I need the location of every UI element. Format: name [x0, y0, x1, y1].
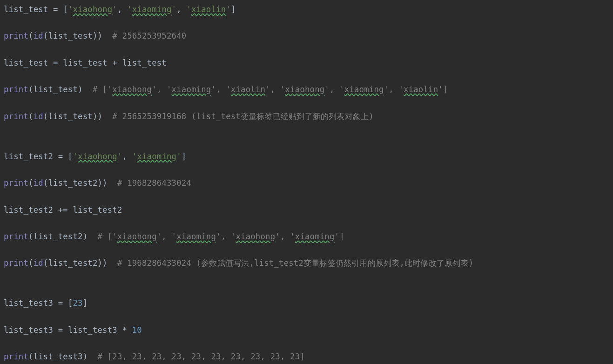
code-token: (list_test2)	[28, 232, 97, 241]
code-token: 23	[73, 298, 82, 308]
code-token: '	[112, 5, 117, 14]
code-line[interactable]: list_test = list_test + list_test	[4, 56, 609, 70]
code-token: list_test3 *	[68, 325, 132, 335]
code-token: = [	[58, 152, 73, 161]
code-token: '	[117, 152, 122, 161]
code-token: print	[4, 352, 28, 361]
code-token: list_test	[4, 5, 53, 14]
code-token: list_test + list_test	[63, 58, 167, 67]
code-token: ,	[117, 5, 127, 14]
code-token: ', '	[152, 85, 171, 94]
code-token: xiaoming	[132, 5, 172, 14]
code-token: = [	[58, 298, 73, 308]
code-token: print	[4, 31, 28, 40]
code-token: (list_test))	[43, 31, 112, 40]
code-token: ]	[231, 5, 236, 14]
code-token: id	[34, 112, 43, 121]
code-token: xiaoming	[172, 85, 211, 94]
code-token: print	[4, 178, 28, 188]
code-token: # ['	[98, 232, 117, 241]
code-token: ,	[176, 5, 186, 14]
code-line[interactable]: print(id(list_test)) # 2565253952640	[4, 29, 609, 43]
code-token: (list_test3)	[28, 352, 97, 361]
code-token: 10	[132, 325, 142, 335]
code-line[interactable]: print(list_test2) # ['xiaohong', 'xiaomi…	[4, 230, 609, 243]
code-token: # 1968286433024 (参数赋值写法,list_test2变量标签仍然…	[117, 258, 473, 268]
code-token: xiaolin	[404, 85, 438, 94]
code-token: xiaoming	[295, 232, 335, 241]
code-token: xiaoming	[344, 85, 384, 94]
code-line[interactable]: print(list_test) # ['xiaohong', 'xiaomin…	[4, 83, 609, 96]
code-token: = [	[53, 5, 68, 14]
code-token: # ['	[93, 85, 112, 94]
code-token: (list_test2))	[43, 178, 117, 188]
code-token: ', '	[216, 232, 236, 241]
code-token: '	[127, 5, 132, 14]
code-token: ', '	[157, 232, 176, 241]
code-token: xiaohong	[112, 85, 152, 94]
code-token: list_test2	[73, 205, 122, 215]
code-token: (list_test))	[43, 112, 112, 121]
code-token: list_test2	[4, 205, 58, 215]
code-token: # 2565253952640	[112, 31, 186, 40]
code-line[interactable]: list_test3 = list_test3 * 10	[4, 324, 609, 337]
code-token: =	[58, 325, 68, 335]
code-token: id	[34, 178, 43, 188]
code-token: '	[172, 5, 177, 14]
code-line[interactable]: list_test2 += list_test2	[4, 203, 609, 217]
code-token: print	[4, 85, 28, 94]
code-token: xiaohong	[73, 5, 112, 14]
code-token: print	[4, 112, 28, 121]
code-token: ]	[83, 298, 88, 308]
code-token: ']	[335, 232, 344, 241]
code-token: xiaolin	[231, 85, 265, 94]
code-token: ,	[122, 152, 132, 161]
code-line[interactable]: print(id(list_test)) # 2565253919168 (li…	[4, 110, 609, 123]
code-token: (	[28, 31, 34, 40]
code-token: '	[73, 152, 78, 161]
code-token: id	[34, 258, 43, 268]
code-token: xiaoming	[137, 152, 176, 161]
code-token: ', '	[275, 232, 295, 241]
code-token: (list_test)	[28, 85, 93, 94]
code-token: (	[28, 112, 34, 121]
code-token: '	[132, 152, 137, 161]
code-token: # 2565253919168 (list_test变量标签已经贴到了新的列表对…	[112, 112, 374, 121]
code-token: xiaohong	[285, 85, 325, 94]
code-editor[interactable]: list_test = ['xiaohong', 'xiaoming', 'xi…	[0, 0, 613, 364]
code-token: xiaoming	[176, 232, 216, 241]
code-token: ', '	[265, 85, 285, 94]
code-token: print	[4, 232, 28, 241]
code-token: xiaohong	[78, 152, 117, 161]
code-token: +=	[58, 205, 73, 215]
code-token: '	[186, 5, 191, 14]
code-token: list_test3	[4, 325, 58, 335]
code-token: (list_test2))	[43, 258, 117, 268]
code-token: list_test	[4, 58, 53, 67]
code-token: ', '	[211, 85, 230, 94]
code-line[interactable]: list_test = ['xiaohong', 'xiaoming', 'xi…	[4, 3, 609, 16]
code-line[interactable]: list_test3 = [23]	[4, 297, 609, 310]
code-token: '	[68, 5, 73, 14]
code-token: ', '	[384, 85, 404, 94]
code-token: list_test2	[4, 152, 58, 161]
code-token: '	[176, 152, 182, 161]
code-token: xiaolin	[191, 5, 226, 14]
code-token: '	[226, 5, 231, 14]
code-token: ']	[438, 85, 448, 94]
code-line[interactable]: print(list_test3) # [23, 23, 23, 23, 23,…	[4, 350, 609, 364]
code-token: ]	[182, 152, 187, 161]
code-line[interactable]: list_test2 = ['xiaohong', 'xiaoming']	[4, 150, 609, 163]
code-token: # [23, 23, 23, 23, 23, 23, 23, 23, 23, 2…	[98, 352, 305, 361]
code-token: # 1968286433024	[117, 178, 191, 188]
code-token: list_test3	[4, 298, 58, 308]
code-token: xiaohong	[236, 232, 275, 241]
code-token: (	[28, 178, 34, 188]
code-token: print	[4, 258, 28, 268]
code-token: ', '	[324, 85, 344, 94]
code-token: id	[34, 31, 43, 40]
code-line[interactable]: print(id(list_test2)) # 1968286433024	[4, 176, 609, 190]
code-line[interactable]: print(id(list_test2)) # 1968286433024 (参…	[4, 256, 609, 270]
code-token: =	[53, 58, 63, 67]
code-token: (	[28, 258, 34, 268]
